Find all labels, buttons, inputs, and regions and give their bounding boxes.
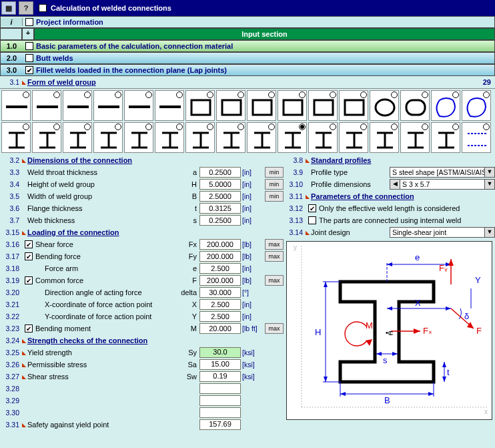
value-input[interactable]: [199, 251, 241, 262]
max-button[interactable]: max: [265, 239, 284, 250]
weld-shape-option[interactable]: [339, 90, 368, 121]
svg-text:H: H: [315, 327, 321, 337]
sec1-label: Basic parameters of the calculation, con…: [36, 42, 494, 50]
weld-shape-option[interactable]: [431, 90, 460, 121]
row-checkbox[interactable]: ✔: [25, 324, 33, 332]
help-button[interactable]: ?: [19, 1, 33, 15]
weld-shape-option[interactable]: [308, 122, 338, 153]
row-num: 3.20: [0, 288, 22, 296]
weld-shape-option[interactable]: [93, 122, 123, 153]
svg-point-12: [376, 99, 394, 116]
weld-shape-option[interactable]: [400, 122, 430, 153]
triangle-icon: ◣: [22, 338, 27, 344]
value-input[interactable]: [199, 191, 241, 202]
weld-shape-option[interactable]: [63, 90, 92, 121]
max-button[interactable]: max: [265, 251, 284, 262]
weld-shape-option[interactable]: [247, 90, 276, 121]
row-unit: [in]: [242, 216, 265, 224]
weld-shape-option[interactable]: [462, 122, 491, 153]
weld-shape-option[interactable]: [93, 90, 123, 121]
triangle-icon: ◣: [22, 79, 27, 85]
sec2-checkbox[interactable]: [25, 54, 33, 62]
weld-shape-option[interactable]: [1, 90, 31, 121]
value-input[interactable]: [199, 203, 241, 214]
weld-shape-option[interactable]: [278, 90, 307, 121]
radio-icon: [207, 91, 213, 98]
weld-shape-option[interactable]: [308, 90, 338, 121]
row-label: Common force: [35, 276, 177, 284]
value-input[interactable]: [199, 299, 241, 310]
profile-type-dropdown[interactable]: S steel shape [ASTM/AISI/AISC] ▼: [390, 167, 495, 178]
row-checkbox[interactable]: ✔: [25, 276, 33, 284]
weld-shape-option[interactable]: [1, 122, 31, 153]
sec3-label: Fillet welds loaded in the connection pl…: [36, 66, 494, 74]
max-button[interactable]: max: [265, 323, 284, 334]
value-input[interactable]: [199, 311, 241, 322]
weld-shape-option[interactable]: [400, 90, 430, 121]
min-button[interactable]: min: [265, 179, 284, 190]
row-symbol: Y: [177, 312, 199, 320]
row-label: Yield strength: [27, 349, 177, 357]
title-checkbox[interactable]: [39, 4, 47, 12]
value-input[interactable]: [199, 263, 241, 274]
row-num: 3.30: [0, 409, 22, 417]
p13-checkbox[interactable]: [308, 216, 316, 224]
row-checkbox[interactable]: ✔: [25, 252, 33, 260]
radio-icon: [237, 124, 244, 130]
joint-design-dropdown[interactable]: Single-shear joint ▼: [390, 227, 495, 238]
min-button[interactable]: min: [265, 191, 284, 202]
value-input[interactable]: [199, 239, 241, 250]
weld-shape-option[interactable]: [278, 122, 307, 153]
ptype-val: S steel shape [ASTM/AISI/AISC]: [390, 168, 484, 176]
weld-shape-option[interactable]: [370, 122, 399, 153]
svg-marker-32: [442, 362, 446, 367]
value-input[interactable]: [199, 215, 241, 226]
weld-shape-option[interactable]: [462, 90, 491, 121]
value-input[interactable]: [199, 275, 241, 286]
row-checkbox[interactable]: ✔: [25, 240, 33, 248]
radio-icon: [268, 124, 275, 130]
sec1-num: 1.0: [1, 42, 23, 50]
app-icon[interactable]: ▩: [1, 1, 16, 15]
radio-icon: [452, 124, 459, 130]
weld-shape-option[interactable]: [124, 122, 153, 153]
row-label: X-coordinate of force action point: [35, 300, 177, 308]
value-input[interactable]: [199, 179, 241, 190]
value-input[interactable]: [199, 167, 241, 178]
value-input[interactable]: [199, 323, 241, 334]
par-hdr: Parameters of the connection: [311, 192, 495, 200]
row-symbol: a: [177, 168, 199, 176]
weld-shape-option[interactable]: [431, 122, 460, 153]
svg-text:M: M: [366, 320, 373, 330]
weld-shape-option[interactable]: [185, 122, 215, 153]
min-button[interactable]: min: [265, 167, 284, 178]
weld-shape-option[interactable]: [32, 122, 61, 153]
weld-shape-grid: [0, 88, 495, 154]
weld-shape-option[interactable]: [339, 122, 368, 153]
expand-button[interactable]: +: [22, 28, 34, 40]
max-button[interactable]: max: [265, 275, 284, 286]
row-symbol: F: [177, 276, 199, 284]
weld-shape-option[interactable]: [247, 122, 276, 153]
weld-shape-option[interactable]: [185, 90, 215, 121]
weld-shape-option[interactable]: [124, 90, 153, 121]
project-info-checkbox[interactable]: [25, 18, 33, 26]
svg-rect-13: [406, 100, 425, 115]
svg-text:Fₓ: Fₓ: [423, 326, 432, 336]
weld-shape-option[interactable]: [216, 90, 245, 121]
weld-shape-option[interactable]: [32, 90, 61, 121]
sec1-checkbox[interactable]: [25, 42, 33, 50]
weld-shape-option[interactable]: [63, 122, 92, 153]
weld-shape-option[interactable]: [155, 90, 184, 121]
value-input[interactable]: [199, 287, 241, 298]
weld-shape-option[interactable]: [155, 122, 184, 153]
str-hdr-num: 3.24: [0, 337, 22, 345]
radio-icon: [53, 124, 60, 130]
sec3-checkbox[interactable]: ✔: [25, 66, 33, 74]
sec3-num: 3.0: [1, 66, 23, 74]
weld-shape-option[interactable]: [216, 122, 245, 153]
profile-dim-dropdown[interactable]: ◀ S 3 x 5.7 ▼: [390, 179, 495, 190]
p12-checkbox[interactable]: ✔: [308, 204, 316, 212]
radio-icon: [237, 91, 244, 98]
weld-shape-option[interactable]: [370, 90, 399, 121]
